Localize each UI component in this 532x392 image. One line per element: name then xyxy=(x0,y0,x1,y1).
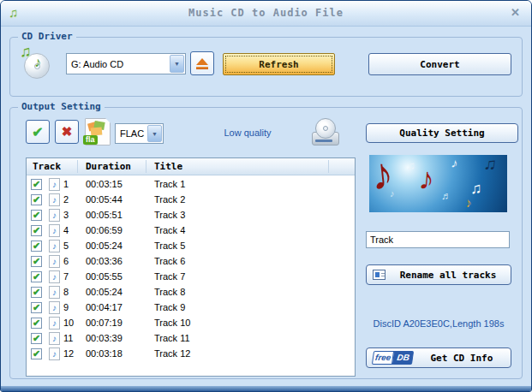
track-name-input[interactable] xyxy=(366,231,510,248)
note-icon: ♪ xyxy=(52,304,57,312)
column-header-duration[interactable]: Duration xyxy=(86,161,131,172)
select-all-button[interactable]: ✔ xyxy=(26,120,50,144)
rename-all-tracks-button[interactable]: Rename all tracks xyxy=(366,264,511,285)
track-row[interactable]: ✔ ♪ 10 00:07:19 Track 10 xyxy=(27,316,355,331)
track-number: 6 xyxy=(63,256,69,266)
green-note-icon: ♫ xyxy=(20,43,32,61)
note-icon: ♪ xyxy=(52,335,57,343)
track-number: 1 xyxy=(63,179,69,189)
track-checkbox[interactable]: ✔ xyxy=(31,179,42,190)
get-cd-info-button[interactable]: free DB Get CD Info xyxy=(366,347,511,368)
get-cd-info-label: Get CD Info xyxy=(413,353,511,364)
check-icon: ✔ xyxy=(33,180,40,189)
close-icon[interactable]: ✕ xyxy=(511,6,520,20)
track-title: Track 11 xyxy=(154,333,190,343)
format-file-icon: fla xyxy=(85,118,111,146)
white-note-icon: ♬ xyxy=(441,191,451,201)
audio-file-icon: ♪ xyxy=(49,317,60,330)
track-checkbox[interactable]: ✔ xyxy=(31,241,42,252)
green-note-icon: ♪ xyxy=(34,55,41,70)
track-checkbox[interactable]: ✔ xyxy=(31,287,42,298)
quality-setting-button[interactable]: Quality Setting xyxy=(366,123,518,143)
track-number: 4 xyxy=(63,225,69,235)
track-rows: ✔ ♪ 1 00:03:15 Track 1 ✔ ♪ 2 00:05:44 Tr… xyxy=(27,175,355,362)
track-list-header: Track Duration Title xyxy=(27,158,355,175)
track-title: Track 2 xyxy=(154,194,185,205)
track-checkbox[interactable]: ✔ xyxy=(31,210,42,221)
track-row[interactable]: ✔ ♪ 9 00:04:17 Track 9 xyxy=(27,300,355,316)
track-checkbox[interactable]: ✔ xyxy=(31,271,42,282)
track-title: Track 3 xyxy=(154,210,185,220)
title-bar[interactable]: ♫ Music CD to Audio File ✕ xyxy=(1,1,531,27)
audio-file-icon: ♪ xyxy=(49,178,60,191)
track-duration: 00:03:18 xyxy=(86,348,123,359)
audio-file-icon: ♪ xyxy=(49,255,60,268)
check-icon: ✔ xyxy=(33,334,40,343)
track-number: 7 xyxy=(63,271,69,282)
check-icon: ✔ xyxy=(33,226,40,235)
track-duration: 00:04:17 xyxy=(86,302,123,312)
white-note-icon: ♫ xyxy=(470,181,482,196)
audio-file-icon: ♪ xyxy=(49,270,60,283)
white-note-icon: ♫ xyxy=(407,160,415,171)
freedb-logo-free: free xyxy=(372,351,395,365)
rename-button-label: Rename all tracks xyxy=(386,270,511,281)
track-row[interactable]: ✔ ♪ 4 00:06:59 Track 4 xyxy=(27,223,355,239)
track-checkbox[interactable]: ✔ xyxy=(31,225,42,236)
track-row[interactable]: ✔ ♪ 6 00:03:36 Track 6 xyxy=(27,254,355,270)
track-checkbox[interactable]: ✔ xyxy=(31,318,42,329)
track-duration: 00:03:39 xyxy=(86,333,123,343)
audio-file-icon: ♪ xyxy=(49,193,60,206)
output-setting-group: Output Setting ✔ ✖ fla FLAC ▼ Low qualit… xyxy=(9,107,523,379)
format-badge: fla xyxy=(83,135,98,145)
track-checkbox[interactable]: ✔ xyxy=(31,333,42,344)
track-row[interactable]: ✔ ♪ 1 00:03:15 Track 1 xyxy=(27,177,355,193)
track-row[interactable]: ✔ ♪ 8 00:05:24 Track 8 xyxy=(27,285,355,300)
track-title: Track 12 xyxy=(154,348,190,359)
track-list[interactable]: Track Duration Title ✔ ♪ 1 00:03:15 Trac… xyxy=(26,157,356,377)
track-row[interactable]: ✔ ♪ 7 00:05:55 Track 7 xyxy=(27,270,355,285)
track-duration: 00:06:59 xyxy=(86,225,123,235)
freedb-logo: free DB xyxy=(372,351,414,365)
track-checkbox[interactable]: ✔ xyxy=(31,302,42,313)
track-number: 9 xyxy=(63,302,69,312)
track-duration: 00:05:44 xyxy=(86,194,123,205)
track-checkbox[interactable]: ✔ xyxy=(31,348,42,359)
rename-icon xyxy=(373,270,386,280)
note-icon: ♪ xyxy=(52,273,57,282)
note-icon: ♪ xyxy=(52,242,57,251)
convert-button[interactable]: Convert xyxy=(368,53,511,75)
audio-file-icon: ♪ xyxy=(49,240,60,252)
track-checkbox[interactable]: ✔ xyxy=(31,256,42,267)
music-disc-icon: ♫ ♪ xyxy=(21,48,55,82)
cd-drive-icon xyxy=(310,116,341,147)
check-icon: ✔ xyxy=(33,349,40,359)
format-select-dropdown-button[interactable]: ▼ xyxy=(147,125,162,142)
refresh-button[interactable]: Refresh xyxy=(223,53,335,75)
column-header-title[interactable]: Title xyxy=(154,161,182,172)
check-icon: ✔ xyxy=(33,288,40,297)
cd-driver-group: CD Driver ♫ ♪ G: Audio CD ▼ Refresh Conv… xyxy=(9,37,523,97)
column-header-track[interactable]: Track xyxy=(33,161,61,172)
track-row[interactable]: ✔ ♪ 3 00:05:51 Track 3 xyxy=(27,208,355,223)
track-duration: 00:05:24 xyxy=(86,241,123,251)
track-checkbox[interactable]: ✔ xyxy=(31,194,42,205)
check-icon: ✔ xyxy=(33,303,40,312)
track-title: Track 8 xyxy=(154,287,185,297)
drive-select[interactable]: G: Audio CD ▼ xyxy=(66,53,186,74)
track-row[interactable]: ✔ ♪ 5 00:05:24 Track 5 xyxy=(27,239,355,254)
cd-driver-group-label: CD Driver xyxy=(18,31,76,42)
check-icon: ✔ xyxy=(33,318,40,328)
track-row[interactable]: ✔ ♪ 11 00:03:39 Track 11 xyxy=(27,331,355,347)
drive-select-dropdown-button[interactable]: ▼ xyxy=(170,55,184,73)
track-row[interactable]: ✔ ♪ 12 00:03:18 Track 12 xyxy=(27,347,355,362)
track-title: Track 5 xyxy=(154,241,185,251)
deselect-all-button[interactable]: ✖ xyxy=(55,120,79,144)
disc-info-text: DiscID A20E3E0C,Length 198s xyxy=(362,318,516,329)
eject-button[interactable] xyxy=(190,51,214,75)
track-row[interactable]: ✔ ♪ 2 00:05:44 Track 2 xyxy=(27,193,355,208)
column-separator xyxy=(146,160,146,173)
format-select[interactable]: FLAC ▼ xyxy=(115,123,164,144)
track-title: Track 9 xyxy=(154,302,185,312)
track-title: Track 1 xyxy=(154,179,185,189)
